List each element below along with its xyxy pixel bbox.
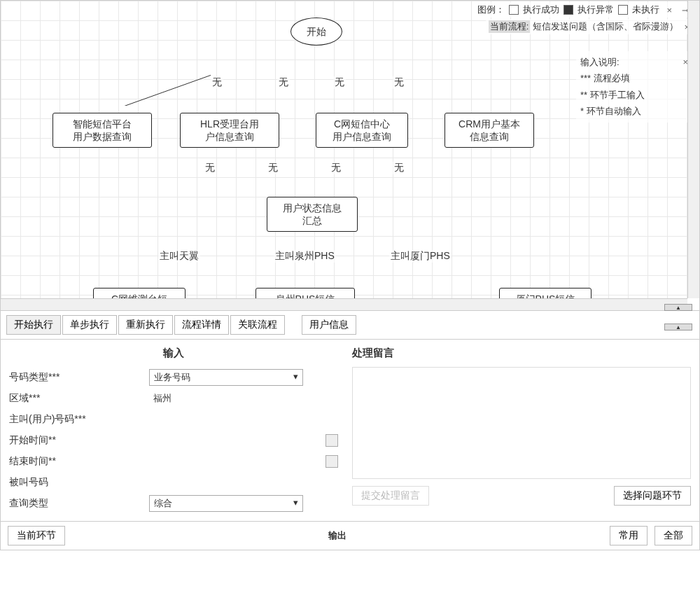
- close-legend-icon[interactable]: ×: [664, 5, 675, 15]
- label-start-time: 开始时间**: [9, 434, 149, 447]
- legend-bar: 图例： 执行成功 执行异常 未执行 × ⊸: [475, 2, 695, 18]
- node-cnet-sms[interactable]: C网短信中心用户信息查询: [316, 113, 408, 148]
- start-exec-button[interactable]: 开始执行: [6, 315, 61, 335]
- submit-message-button[interactable]: 提交处理留言: [352, 486, 429, 506]
- current-process-label: 当前流程:: [489, 20, 531, 33]
- select-query-type[interactable]: 综合▾: [149, 495, 303, 512]
- area-value[interactable]: 福州: [149, 391, 176, 406]
- collapse-down-icon[interactable]: ▲: [664, 324, 692, 331]
- horizontal-scrollbar[interactable]: [1, 298, 687, 310]
- message-textarea[interactable]: [352, 367, 691, 479]
- edge-label: 无: [204, 162, 216, 174]
- end-date-picker-icon[interactable]: [326, 455, 338, 468]
- node-start[interactable]: 开始: [290, 18, 342, 46]
- choose-node-button[interactable]: 选择问题环节: [614, 486, 691, 506]
- label-end-time: 结束时间**: [9, 455, 149, 468]
- all-button[interactable]: 全部: [654, 526, 692, 545]
- caller-input[interactable]: [149, 418, 158, 421]
- callee-input[interactable]: [149, 481, 158, 484]
- legend-label: 图例：: [477, 4, 505, 16]
- current-process-value: 短信发送问题（含国际、省际漫游）: [533, 20, 678, 33]
- chevron-down-icon: ▾: [293, 371, 298, 384]
- input-legend: 输入说明:× *** 流程必填 ** 环节手工输入 * 环节自动输入: [576, 51, 695, 123]
- swatch-success: [509, 5, 519, 15]
- node-hlr[interactable]: HLR受理台用户信息查询: [180, 113, 279, 148]
- edge-label: 无: [393, 162, 405, 174]
- user-info-button[interactable]: 用户信息: [302, 315, 356, 335]
- edge-label: 无: [393, 76, 405, 89]
- flow-canvas[interactable]: 无 无 无 无 无 无 无 无 主叫天翼 主叫泉州PHS 主叫厦门PHS 开始 …: [0, 0, 700, 311]
- common-button[interactable]: 常用: [610, 526, 648, 545]
- node-sms-platform[interactable]: 智能短信平台用户数据查询: [52, 113, 152, 148]
- edge-label: 无: [277, 76, 290, 89]
- current-process-bar: 当前流程: 短信发送问题（含国际、省际漫游） ×: [486, 19, 695, 34]
- chevron-down-icon: ▾: [293, 497, 298, 510]
- rerun-button[interactable]: 重新执行: [118, 315, 173, 335]
- edge-label: 主叫厦门PHS: [389, 250, 451, 263]
- edge-label: 主叫天翼: [158, 250, 200, 263]
- vertical-scrollbar[interactable]: [687, 1, 699, 298]
- input-section-title: 输入: [9, 347, 338, 360]
- swatch-error: [564, 5, 573, 15]
- label-area: 区域***: [9, 392, 149, 405]
- edge-label: 无: [333, 76, 346, 89]
- edge-label: 无: [330, 162, 342, 174]
- swatch-notrun: [618, 5, 628, 15]
- edge-label: 无: [211, 76, 223, 89]
- collapse-up-icon[interactable]: ▲: [664, 304, 692, 311]
- select-number-type[interactable]: 业务号码▾: [149, 369, 303, 386]
- output-title: 输出: [72, 529, 603, 542]
- current-node-button[interactable]: 当前环节: [8, 526, 65, 545]
- edge-label: 主叫泉州PHS: [274, 250, 336, 263]
- step-exec-button[interactable]: 单步执行: [62, 315, 117, 335]
- related-button[interactable]: 关联流程: [230, 315, 285, 335]
- grid-background: [1, 1, 699, 310]
- edge-label: 无: [267, 162, 279, 174]
- label-caller: 主叫(用户)号码***: [9, 413, 149, 426]
- node-summary[interactable]: 用户状态信息汇总: [267, 197, 358, 232]
- label-query-type: 查询类型: [9, 497, 149, 510]
- message-section-title: 处理留言: [352, 347, 691, 360]
- toolbar: 开始执行 单步执行 重新执行 流程详情 关联流程 用户信息 ▲ ▲: [0, 311, 700, 340]
- label-callee: 被叫号码: [9, 476, 149, 489]
- label-number-type: 号码类型***: [9, 371, 149, 384]
- start-date-picker-icon[interactable]: [326, 434, 338, 447]
- detail-button[interactable]: 流程详情: [174, 315, 229, 335]
- node-crm[interactable]: CRM用户基本信息查询: [444, 113, 534, 148]
- form-panel: 输入 号码类型*** 业务号码▾ 区域*** 福州 主叫(用户)号码*** 开始…: [0, 340, 700, 522]
- bottom-bar: 当前环节 输出 常用 全部: [0, 522, 700, 550]
